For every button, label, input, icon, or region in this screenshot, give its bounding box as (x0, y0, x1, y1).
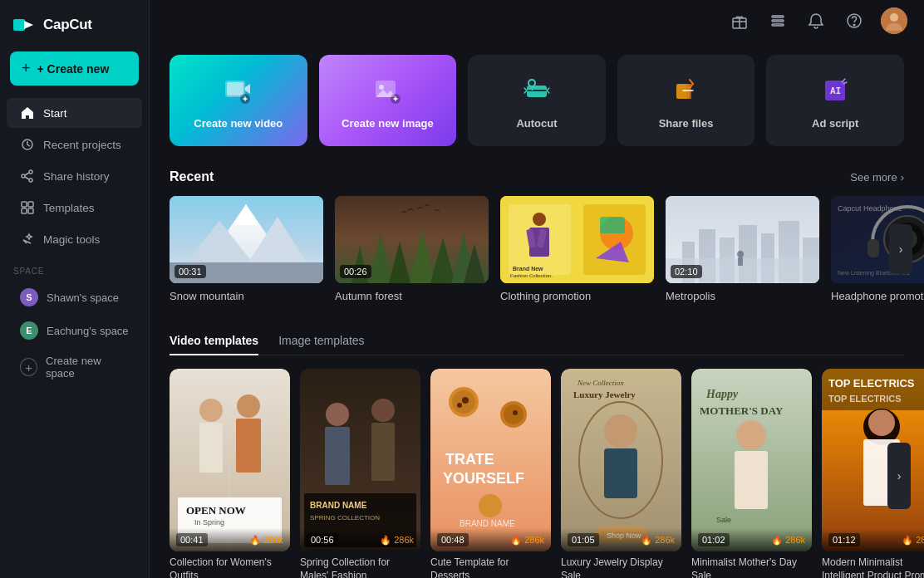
svg-rect-11 (772, 16, 784, 17)
topbar (150, 0, 924, 42)
tab-image-templates[interactable]: Image templates (278, 327, 365, 355)
template-grid: OPEN NOW In Spring 00:41 🔥 286k Collecti… (170, 369, 904, 578)
svg-point-22 (379, 85, 384, 90)
svg-rect-12 (772, 20, 784, 22)
create-video-card[interactable]: Create new video (170, 55, 307, 146)
svg-point-95 (457, 403, 462, 408)
forest-thumbnail: 00:26 (335, 196, 489, 283)
svg-rect-78 (236, 419, 261, 473)
sidebar-item-templates[interactable]: Templates (7, 193, 142, 223)
template-5-duration: 01:02 (698, 533, 730, 546)
template-6-duration: 01:12 (828, 533, 860, 546)
sidebar-item-magic[interactable]: Magic tools (7, 224, 142, 254)
sidebar-item-start[interactable]: Start (7, 98, 142, 128)
svg-rect-106 (604, 448, 637, 498)
recent-title: Recent (170, 169, 214, 184)
recent-item-forest[interactable]: 00:26 Autumn forest (335, 196, 489, 302)
space-section-label: SPACE (0, 255, 149, 281)
svg-rect-24 (527, 86, 547, 97)
recent-item-clothing[interactable]: Brand New Fashion Collection. Clothing p… (500, 196, 654, 302)
recent-item-metro[interactable]: 02:10 Metropolis (666, 196, 819, 302)
headphone-name: Headphone promotion (831, 290, 924, 302)
grid-icon (20, 200, 35, 215)
sidebar: CapCut + + Create new Start Recent proje… (0, 0, 150, 578)
template-item-3[interactable]: TRATE YOURSELF BRAND NAME 00:48 🔥 286k C… (430, 369, 551, 578)
create-button-label: + Create new (37, 62, 110, 76)
eachung-label: Eachung's space (47, 325, 129, 337)
template-3-meta: 00:48 🔥 286k (430, 528, 551, 551)
svg-point-112 (736, 420, 766, 450)
create-new-button[interactable]: + + Create new (10, 51, 139, 86)
template-3-duration: 00:48 (437, 533, 469, 546)
svg-point-119 (868, 409, 895, 436)
create-video-label: Create new video (194, 117, 283, 130)
recent-scroll-right[interactable]: › (889, 224, 912, 274)
template-thumb-1: OPEN NOW In Spring 00:41 🔥 286k (170, 369, 290, 551)
tab-video-templates[interactable]: Video templates (170, 327, 258, 355)
svg-rect-113 (735, 451, 768, 509)
create-space-button[interactable]: + Create new space (7, 348, 142, 386)
clothing-thumbnail: Brand New Fashion Collection. (500, 196, 654, 283)
gift-icon[interactable] (728, 9, 751, 32)
template-2-fire: 🔥 286k (380, 535, 414, 546)
template-tabs: Video templates Image templates (170, 327, 904, 355)
sidebar-item-recent[interactable]: Recent projects (7, 130, 142, 159)
space-shawn[interactable]: S Shawn's space (7, 282, 142, 313)
svg-rect-0 (13, 19, 25, 31)
template-thumb-3: TRATE YOURSELF BRAND NAME 00:48 🔥 286k (430, 369, 551, 551)
autocut-card[interactable]: Autocut (468, 55, 606, 146)
svg-point-3 (29, 170, 32, 174)
recent-label: Recent projects (43, 139, 121, 151)
template-thumb-2: BRAND NAME SPRING COLLECTION 00:56 🔥 286… (300, 369, 420, 551)
svg-rect-85 (325, 427, 350, 485)
magic-label: Magic tools (43, 233, 100, 246)
create-image-card[interactable]: Create new image (319, 55, 457, 146)
metro-thumbnail: 02:10 (666, 196, 819, 283)
share-files-card[interactable]: Share files (617, 55, 755, 146)
svg-text:Brand New: Brand New (513, 266, 543, 272)
help-icon[interactable] (843, 9, 866, 32)
template-item-4[interactable]: New Collection Luxury Jewelry Shop Now 0… (561, 369, 681, 578)
template-3-fire: 🔥 286k (510, 535, 544, 546)
svg-text:OPEN NOW: OPEN NOW (186, 504, 246, 517)
recent-item-snow[interactable]: 00:31 Snow mountain (170, 196, 323, 302)
template-2-meta: 00:56 🔥 286k (300, 528, 420, 551)
template-1-fire: 🔥 286k (249, 535, 283, 546)
autocut-label: Autocut (516, 117, 557, 130)
share-files-icon (668, 72, 705, 109)
svg-text:SPRING COLLECTION: SPRING COLLECTION (310, 514, 380, 522)
snow-thumbnail: 00:31 (170, 196, 323, 283)
see-more-button[interactable]: See more › (850, 171, 904, 184)
svg-point-46 (533, 213, 546, 226)
svg-point-15 (853, 24, 855, 26)
bell-icon[interactable] (804, 9, 828, 32)
list-icon[interactable] (766, 9, 789, 32)
space-eachung[interactable]: E Eachung's space (7, 315, 142, 346)
template-5-name: Minimalist Mother's Day Sale (691, 556, 812, 578)
add-space-icon: + (20, 358, 37, 376)
user-avatar[interactable] (881, 7, 907, 34)
forest-duration: 00:26 (340, 265, 371, 278)
template-thumb-4: New Collection Luxury Jewelry Shop Now 0… (561, 369, 681, 551)
template-scroll-right[interactable]: › (887, 443, 911, 509)
template-item-2[interactable]: BRAND NAME SPRING COLLECTION 00:56 🔥 286… (300, 369, 420, 578)
template-item-5[interactable]: Happy MOTHER'S DAY Sale 01:02 🔥 286k Min… (691, 369, 812, 578)
metro-name: Metropolis (666, 290, 819, 302)
svg-text:AI: AI (830, 86, 841, 96)
svg-point-5 (29, 179, 32, 182)
template-6-fire: 🔥 286k (902, 535, 924, 546)
template-1-meta: 00:41 🔥 286k (170, 528, 290, 551)
svg-text:Sale: Sale (716, 516, 731, 524)
svg-rect-13 (772, 24, 784, 26)
sidebar-item-history[interactable]: Share history (7, 161, 142, 191)
svg-text:In Spring: In Spring (194, 518, 224, 527)
create-space-label: Create new space (46, 355, 129, 380)
recent-grid: 00:31 Snow mountain (170, 196, 904, 302)
template-item-1[interactable]: OPEN NOW In Spring 00:41 🔥 286k Collecti… (170, 369, 290, 578)
template-4-duration: 01:05 (568, 533, 599, 546)
template-6-name: Modern Minimalist Intelligent Product Pr… (822, 556, 924, 578)
ad-script-card[interactable]: AI Ad script (766, 55, 904, 146)
forest-name: Autumn forest (335, 290, 489, 302)
svg-rect-54 (600, 217, 625, 233)
shawn-label: Shawn's space (47, 291, 119, 304)
